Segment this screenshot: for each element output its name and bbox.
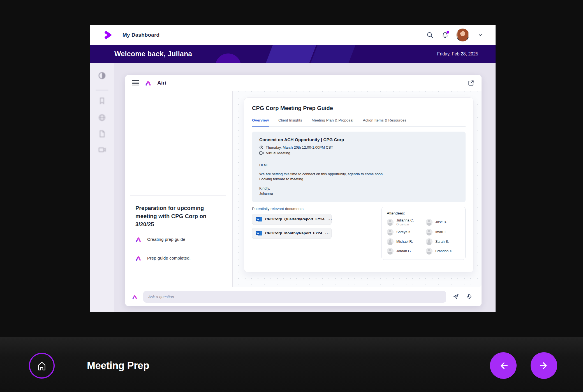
attendee-name: Imari T. bbox=[435, 230, 447, 234]
person-avatar-icon bbox=[426, 219, 432, 226]
document-name: CPGCorp_MonthlyReport_FY24 bbox=[265, 231, 322, 235]
composer-bar bbox=[125, 287, 482, 306]
person-avatar-icon bbox=[426, 248, 432, 255]
tab-client-insights[interactable]: Client Insights bbox=[278, 118, 302, 127]
meeting-divider bbox=[259, 159, 458, 159]
notifications-bell-icon[interactable] bbox=[441, 31, 449, 39]
guide-tabs: Overview Client Insights Meeting Plan & … bbox=[252, 118, 466, 127]
message-body-line2: Looking forward to meeting. bbox=[259, 177, 304, 181]
next-button[interactable] bbox=[531, 352, 557, 379]
tab-overview[interactable]: Overview bbox=[252, 118, 269, 127]
welcome-banner: Welcome back, Juliana Friday, Feb 28, 20… bbox=[90, 45, 496, 63]
topbar-actions bbox=[426, 29, 484, 41]
dashboard-body: Airi Preparation for upcoming meeting wi… bbox=[90, 63, 496, 312]
airi-panel-main: Preparation for upcoming meeting with CP… bbox=[125, 91, 482, 287]
bookmark-icon[interactable] bbox=[98, 97, 106, 105]
meeting-title: Connect on ACH Opportunity | CPG Corp bbox=[259, 137, 458, 142]
menu-hamburger-icon[interactable] bbox=[132, 80, 139, 86]
attendee: Michael R. bbox=[387, 238, 424, 245]
attendees-grid: Julianna C.Organizer Jose R. bbox=[387, 218, 460, 255]
svg-text:W: W bbox=[256, 218, 259, 221]
screen: My Dashboard Welcome back, Ju bbox=[0, 0, 583, 392]
svg-text:W: W bbox=[256, 232, 259, 235]
guide-title: CPG Corp Meeting Prep Guide bbox=[252, 105, 466, 111]
open-external-icon[interactable] bbox=[468, 80, 474, 86]
contrast-icon[interactable] bbox=[98, 71, 106, 80]
person-avatar-icon bbox=[387, 219, 394, 226]
arrow-right-icon bbox=[538, 360, 550, 371]
globe-icon[interactable] bbox=[98, 113, 106, 122]
user-avatar[interactable] bbox=[456, 29, 469, 41]
message-greeting: Hi all, bbox=[259, 163, 458, 168]
meeting-prep-guide-card: CPG Corp Meeting Prep Guide Overview Cli… bbox=[244, 97, 474, 272]
microphone-icon[interactable] bbox=[465, 293, 473, 301]
send-icon[interactable] bbox=[452, 293, 460, 301]
message-signature: Julianna bbox=[259, 191, 273, 195]
tab-action-items-resources[interactable]: Action Items & Resources bbox=[363, 118, 406, 127]
document-chip[interactable]: W CPGCorp_QuarterlyReport_FY24 ⋯ bbox=[252, 214, 332, 225]
chat-event: Prep guide completed. bbox=[135, 255, 227, 261]
chat-event-label: Prep guide completed. bbox=[147, 256, 191, 261]
meeting-location: Virtual Meeting bbox=[266, 151, 290, 155]
documents-attendees-row: Potentially relevant documents W CPGCorp… bbox=[252, 207, 466, 260]
clock-icon bbox=[259, 145, 263, 150]
banner-decor-circle bbox=[215, 53, 241, 63]
ask-question-input[interactable] bbox=[143, 291, 446, 303]
meeting-info-box: Connect on ACH Opportunity | CPG Corp Th… bbox=[252, 132, 466, 202]
sidebar-divider bbox=[96, 90, 108, 90]
attendee-name: Michael R. bbox=[396, 240, 413, 244]
banner-date: Friday, Feb 28, 2025 bbox=[437, 52, 478, 57]
home-icon bbox=[35, 359, 48, 372]
airi-logo-icon bbox=[132, 294, 138, 300]
chat-session-title: Preparation for upcoming meeting with CP… bbox=[135, 204, 225, 228]
person-avatar-icon bbox=[387, 229, 394, 235]
meeting-datetime-row: Thursday, March 20th 12:00-1:00PM CST bbox=[259, 145, 458, 150]
attendee-name: Jordan G. bbox=[396, 249, 412, 253]
attendee: Jordan G. bbox=[387, 248, 424, 255]
document-chip[interactable]: W CPGCorp_MonthlyReport_FY24 ⋯ bbox=[252, 228, 332, 239]
document-icon[interactable] bbox=[98, 130, 106, 138]
meeting-meta: Thursday, March 20th 12:00-1:00PM CST Vi… bbox=[259, 145, 458, 155]
previous-button[interactable] bbox=[490, 352, 517, 379]
attendees-card: Attendees: Julianna C.Organizer bbox=[381, 207, 466, 260]
attendee-name: Shreya K. bbox=[396, 230, 412, 234]
tab-meeting-plan-proposal[interactable]: Meeting Plan & Proposal bbox=[312, 118, 353, 127]
message-signoff: Kindly,Julianna bbox=[259, 186, 458, 196]
person-avatar-icon bbox=[387, 238, 394, 245]
document-name: CPGCorp_QuarterlyReport_FY24 bbox=[265, 217, 325, 221]
search-icon[interactable] bbox=[426, 31, 434, 39]
video-folder-icon[interactable] bbox=[98, 146, 106, 154]
content-column: CPG Corp Meeting Prep Guide Overview Cli… bbox=[233, 91, 482, 287]
top-bar: My Dashboard bbox=[90, 25, 496, 45]
chevron-down-icon[interactable] bbox=[476, 31, 484, 39]
message-body: We are setting this time to connect on t… bbox=[259, 172, 458, 182]
attendee: Brandon X. bbox=[426, 248, 460, 255]
airi-title: Airi bbox=[157, 80, 166, 86]
documents-section: Potentially relevant documents W CPGCorp… bbox=[252, 207, 332, 242]
airi-logo-icon bbox=[135, 255, 142, 261]
document-menu-icon[interactable]: ⋯ bbox=[325, 231, 330, 235]
airi-panel: Airi Preparation for upcoming meeting wi… bbox=[125, 75, 482, 306]
person-avatar-icon bbox=[426, 229, 432, 235]
bottom-nav-title: Meeting Prep bbox=[87, 360, 149, 372]
airi-panel-header: Airi bbox=[125, 75, 482, 91]
banner-decor-shape bbox=[263, 45, 319, 63]
attendee-name: Julianna C. bbox=[396, 218, 414, 222]
document-menu-icon[interactable]: ⋯ bbox=[327, 217, 332, 221]
attendee: Sarah S. bbox=[426, 238, 460, 245]
brand: My Dashboard bbox=[104, 30, 159, 40]
brand-divider bbox=[118, 30, 118, 40]
attendee: Jose R. bbox=[426, 218, 460, 226]
meeting-location-row: Virtual Meeting bbox=[259, 151, 458, 155]
home-button[interactable] bbox=[29, 353, 55, 379]
airi-logo-icon bbox=[145, 80, 152, 86]
documents-label: Potentially relevant documents bbox=[252, 207, 332, 211]
person-avatar-icon bbox=[387, 248, 394, 255]
arrow-left-icon bbox=[498, 360, 509, 371]
welcome-greeting: Welcome back, Juliana bbox=[114, 50, 192, 58]
word-file-icon: W bbox=[256, 230, 262, 236]
attendee-role: Organizer bbox=[396, 223, 414, 226]
message-body-line1: We are setting this time to connect on t… bbox=[259, 172, 384, 176]
chat-column: Preparation for upcoming meeting with CP… bbox=[125, 91, 233, 287]
word-file-icon: W bbox=[256, 216, 262, 222]
